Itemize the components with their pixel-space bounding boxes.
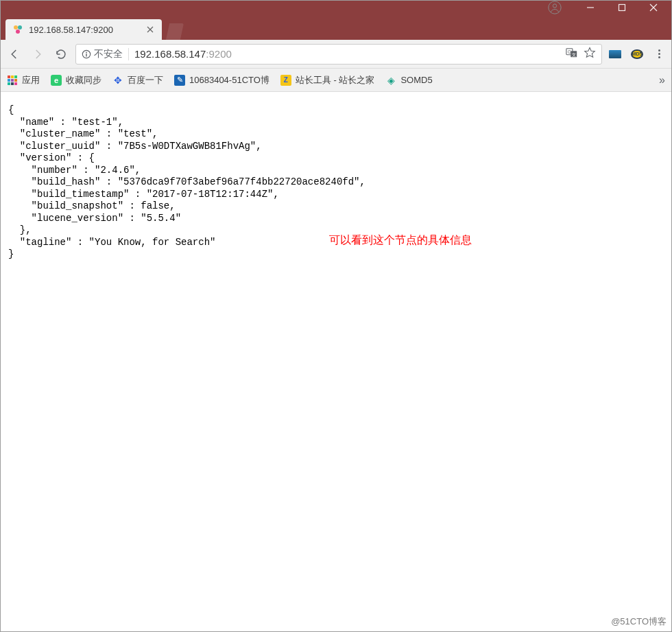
bookmark-item-2[interactable]: ✎ 10683404-51CTO博: [174, 74, 269, 86]
extension-1-button[interactable]: [608, 47, 623, 62]
yellow-z-icon: Z: [280, 75, 291, 86]
site-security-chip[interactable]: 不安全: [82, 48, 123, 60]
omnibox-separator: [128, 48, 129, 60]
kebab-menu-icon: [658, 49, 660, 58]
back-button[interactable]: [5, 45, 23, 63]
browser-tab[interactable]: 192.168.58.147:9200: [5, 19, 162, 40]
blue-feather-icon: ✎: [174, 75, 185, 86]
baidu-paw-icon: ✥: [112, 75, 123, 86]
watermark-text: @51CTO博客: [611, 616, 667, 628]
star-outline-icon: [584, 47, 596, 59]
svg-rect-3: [619, 5, 625, 11]
new-tab-button[interactable]: [166, 23, 184, 40]
close-icon: [649, 3, 658, 12]
window-minimize-button[interactable]: [575, 0, 606, 15]
minimize-icon: [586, 3, 595, 12]
annotation-text: 可以看到这个节点的具体信息: [329, 233, 472, 248]
window-close-button[interactable]: [638, 0, 669, 15]
svg-point-1: [553, 4, 556, 8]
maximize-icon: [618, 3, 626, 12]
svg-point-6: [14, 25, 18, 30]
bookmark-item-1[interactable]: ✥ 百度一下: [112, 74, 163, 86]
extension-icon-1: [609, 50, 621, 58]
arrow-right-icon: [32, 48, 44, 60]
translate-button[interactable]: 文G: [566, 47, 578, 61]
close-icon: [147, 26, 154, 33]
apps-shortcut[interactable]: 应用: [7, 74, 40, 86]
address-bar[interactable]: 不安全 192.168.58.147:9200 文G: [75, 44, 602, 65]
browser-menu-button[interactable]: [651, 47, 667, 62]
extension-icon-2: MD5: [631, 49, 643, 59]
svg-point-7: [18, 25, 22, 30]
reload-button[interactable]: [52, 45, 70, 63]
url-port: :9200: [206, 48, 232, 60]
user-profile-button[interactable]: [547, 0, 562, 15]
window-maximize-button[interactable]: [606, 0, 638, 15]
page-content: { "name" : "test-1", "cluster_name" : "t…: [0, 92, 672, 632]
translate-icon: 文G: [566, 47, 578, 59]
window-titlebar: [0, 0, 672, 15]
forward-button[interactable]: [29, 45, 47, 63]
user-circle-icon: [548, 1, 562, 14]
green-e-icon: e: [51, 75, 62, 86]
bookmark-label: 站长工具 - 站长之家: [296, 74, 375, 86]
apps-label: 应用: [22, 74, 40, 86]
bookmark-item-3[interactable]: Z 站长工具 - 站长之家: [280, 74, 375, 86]
svg-text:文: 文: [572, 52, 576, 57]
svg-point-8: [16, 30, 20, 34]
url-host: 192.168.58.147: [134, 48, 206, 60]
svg-text:G: G: [568, 49, 571, 54]
svg-rect-13: [86, 54, 86, 56]
svg-point-12: [86, 51, 87, 53]
tab-title: 192.168.58.147:9200: [29, 25, 145, 35]
browser-toolbar: 不安全 192.168.58.147:9200 文G MD5: [0, 40, 672, 69]
info-circle-icon: [82, 49, 91, 59]
elasticsearch-favicon-icon: [12, 24, 23, 35]
reload-icon: [55, 48, 67, 60]
url-text: 192.168.58.147:9200: [134, 48, 560, 60]
bookmarks-overflow-button[interactable]: »: [659, 74, 665, 86]
bookmark-item-0[interactable]: e 收藏同步: [51, 74, 101, 86]
arrow-left-icon: [8, 48, 21, 60]
green-hex-icon: ◈: [385, 75, 396, 86]
apps-grid-icon: [7, 75, 18, 86]
bookmark-label: 百度一下: [128, 74, 163, 86]
tab-strip: 192.168.58.147:9200: [0, 15, 672, 40]
tab-close-button[interactable]: [145, 25, 155, 34]
bookmark-item-4[interactable]: ◈ SOMD5: [385, 75, 432, 86]
bookmark-label: 收藏同步: [66, 74, 101, 86]
bookmark-label: SOMD5: [400, 75, 432, 85]
bookmark-label: 10683404-51CTO博: [189, 74, 269, 86]
bookmark-star-button[interactable]: [584, 47, 596, 61]
bookmarks-bar: 应用 e 收藏同步 ✥ 百度一下 ✎ 10683404-51CTO博 Z 站长工…: [0, 69, 672, 92]
extension-2-button[interactable]: MD5: [629, 47, 645, 62]
chevron-right-double-icon: »: [659, 74, 665, 86]
security-label: 不安全: [94, 48, 123, 60]
